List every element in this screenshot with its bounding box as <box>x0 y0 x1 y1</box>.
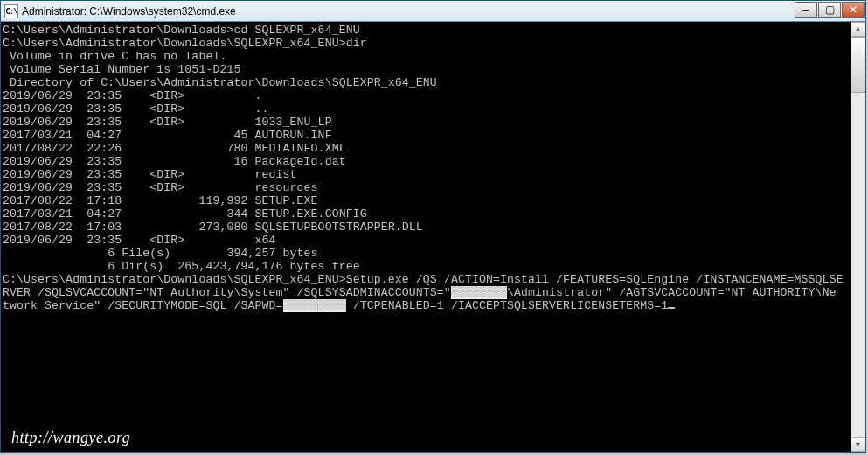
redacted-account: ▓▓▓▓▓▓▓▓ <box>451 286 507 299</box>
vertical-scrollbar[interactable]: ▲ ▼ <box>851 22 865 452</box>
scroll-down-button[interactable]: ▼ <box>851 438 865 452</box>
window-buttons: – ▢ ✕ <box>795 1 865 21</box>
text-cursor <box>668 307 675 309</box>
close-button[interactable]: ✕ <box>842 2 865 18</box>
window-title: Administrator: C:\Windows\system32\cmd.e… <box>22 5 795 18</box>
scroll-thumb[interactable] <box>851 37 865 93</box>
minimize-button[interactable]: – <box>795 2 817 18</box>
cmd-window: C:\ Administrator: C:\Windows\system32\c… <box>0 0 866 453</box>
scroll-up-button[interactable]: ▲ <box>851 22 865 37</box>
terminal-area: C:\Users\Administrator\Downloads>cd SQLE… <box>1 22 865 452</box>
redacted-password: ▓▓▓▓▓▓▓▓▓ <box>283 299 346 312</box>
titlebar[interactable]: C:\ Administrator: C:\Windows\system32\c… <box>1 1 865 22</box>
scroll-track[interactable] <box>851 37 865 438</box>
maximize-button[interactable]: ▢ <box>818 2 841 18</box>
cmd-icon: C:\ <box>4 4 18 18</box>
terminal-output[interactable]: C:\Users\Administrator\Downloads>cd SQLE… <box>1 22 851 452</box>
